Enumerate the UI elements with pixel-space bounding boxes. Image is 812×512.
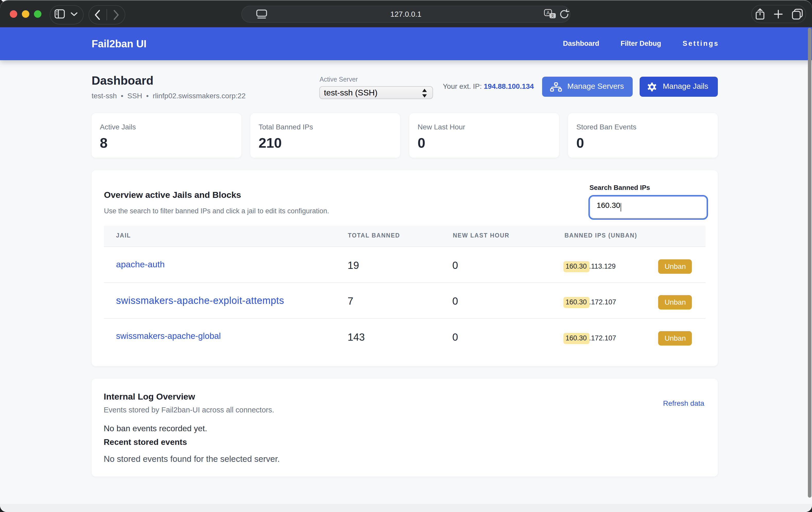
svg-text:A: A xyxy=(547,10,550,16)
svg-text:文: 文 xyxy=(551,13,554,18)
